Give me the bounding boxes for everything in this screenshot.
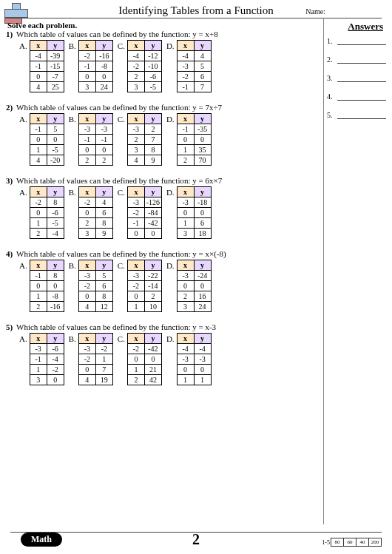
table-row: 324 bbox=[177, 302, 211, 312]
table-row: 412 bbox=[78, 302, 112, 312]
cell-y: 10 bbox=[144, 302, 161, 312]
score-box: 40 bbox=[356, 538, 369, 547]
col-y: y bbox=[144, 187, 161, 197]
answer-blank[interactable] bbox=[337, 74, 386, 82]
answer-blank[interactable] bbox=[337, 37, 386, 45]
col-y: y bbox=[144, 41, 161, 51]
cell-x: 2 bbox=[177, 155, 194, 166]
col-y: y bbox=[144, 334, 161, 344]
option: B.xy-3-2-2107419 bbox=[69, 333, 113, 385]
col-y: y bbox=[95, 334, 112, 344]
cell-x: -2 bbox=[127, 208, 144, 218]
table-row: 00 bbox=[177, 365, 211, 375]
cell-y: -35 bbox=[194, 124, 211, 135]
option: C.xy-32273849 bbox=[118, 113, 162, 166]
option: A.xy-280-61-52-4 bbox=[19, 186, 64, 239]
cell-y: 4 bbox=[95, 197, 112, 208]
option: D.xy-1-3500135270 bbox=[166, 113, 212, 166]
problem-number: 2) bbox=[6, 103, 16, 112]
cell-x: 1 bbox=[127, 365, 144, 375]
value-table: xy-3-3-1-10022 bbox=[78, 113, 113, 166]
col-x: x bbox=[177, 334, 194, 344]
cell-y: 0 bbox=[194, 208, 211, 218]
score-box: 60 bbox=[343, 538, 356, 547]
cell-x: 1 bbox=[177, 218, 194, 229]
cell-x: 1 bbox=[30, 365, 47, 375]
col-y: y bbox=[194, 260, 211, 271]
option: B.xy-24062839 bbox=[69, 186, 113, 239]
cell-y: 0 bbox=[194, 135, 211, 145]
value-table: xy-280-61-52-4 bbox=[30, 186, 64, 239]
cell-y: 9 bbox=[144, 155, 161, 166]
table-row: 1-8 bbox=[30, 291, 64, 302]
cell-y: 5 bbox=[95, 271, 112, 281]
cell-x: 2 bbox=[127, 72, 144, 82]
col-x: x bbox=[30, 41, 47, 51]
option: D.xy-3-2400216324 bbox=[166, 260, 212, 312]
cell-x: -2 bbox=[177, 72, 194, 82]
cell-x: -2 bbox=[78, 197, 95, 208]
col-x: x bbox=[177, 114, 194, 124]
cell-x: 0 bbox=[30, 135, 47, 145]
cell-y: -42 bbox=[144, 344, 161, 354]
cell-y: -6 bbox=[47, 208, 64, 218]
answer-blank[interactable] bbox=[337, 111, 386, 119]
cell-x: -3 bbox=[177, 197, 194, 208]
table-row: 1-5 bbox=[30, 145, 64, 155]
table-row: -2-14 bbox=[127, 281, 161, 291]
table-row: 2-16 bbox=[30, 302, 64, 312]
cell-y: 70 bbox=[194, 155, 211, 166]
cell-y: -42 bbox=[144, 218, 161, 229]
cell-x: 2 bbox=[177, 291, 194, 302]
cell-y: -8 bbox=[47, 291, 64, 302]
cell-x: 1 bbox=[30, 218, 47, 229]
option: A.xy-3-6-1-41-230 bbox=[19, 333, 64, 385]
cell-x: -3 bbox=[127, 197, 144, 208]
cell-x: -1 bbox=[78, 61, 95, 72]
cell-y: 5 bbox=[194, 61, 211, 72]
table-row: -18 bbox=[30, 271, 64, 281]
answer-blank[interactable] bbox=[337, 55, 386, 64]
cell-x: -4 bbox=[30, 51, 47, 61]
table-row: 419 bbox=[78, 375, 112, 385]
table-row: 02 bbox=[127, 291, 161, 302]
table-row: 00 bbox=[177, 208, 211, 218]
cell-y: 24 bbox=[95, 82, 112, 92]
problems-area: 1)Which table of values can be defined b… bbox=[6, 30, 315, 396]
cell-y: 2 bbox=[95, 155, 112, 166]
cell-x: 3 bbox=[127, 145, 144, 155]
score-strip: 1-5806040200 bbox=[322, 538, 382, 547]
option-label: B. bbox=[69, 40, 76, 50]
option-label: C. bbox=[118, 40, 125, 50]
cell-y: -4 bbox=[47, 354, 64, 365]
table-row: -24 bbox=[78, 197, 112, 208]
answer-blank[interactable] bbox=[337, 92, 386, 101]
cell-y: 8 bbox=[144, 145, 161, 155]
option-label: C. bbox=[118, 333, 125, 343]
col-x: x bbox=[127, 114, 144, 124]
value-table: xy-32273849 bbox=[127, 113, 162, 166]
option-label: A. bbox=[19, 333, 27, 343]
value-table: xy-24062839 bbox=[78, 186, 113, 239]
cell-y: 8 bbox=[95, 291, 112, 302]
col-x: x bbox=[177, 260, 194, 271]
value-table: xy-4-4-3-30011 bbox=[177, 333, 212, 385]
value-table: xy-44-35-26-17 bbox=[177, 40, 212, 92]
col-x: x bbox=[127, 260, 144, 271]
table-row: 00 bbox=[30, 135, 64, 145]
cell-x: 4 bbox=[30, 82, 47, 92]
cell-y: 25 bbox=[47, 82, 64, 92]
cell-x: 0 bbox=[78, 72, 95, 82]
option-label: C. bbox=[118, 186, 125, 197]
answer-line: 4. bbox=[327, 92, 386, 101]
table-row: 1-5 bbox=[30, 218, 64, 229]
option-label: D. bbox=[166, 40, 175, 50]
table-row: 00 bbox=[30, 281, 64, 291]
problem-number: 4) bbox=[6, 249, 16, 258]
table-row: 00 bbox=[78, 72, 112, 82]
table-row: -3-2 bbox=[78, 344, 112, 354]
cell-y: 24 bbox=[194, 302, 211, 312]
cell-y: 19 bbox=[95, 375, 112, 385]
value-table: xy-3-2-2107419 bbox=[78, 333, 113, 385]
col-x: x bbox=[78, 114, 95, 124]
